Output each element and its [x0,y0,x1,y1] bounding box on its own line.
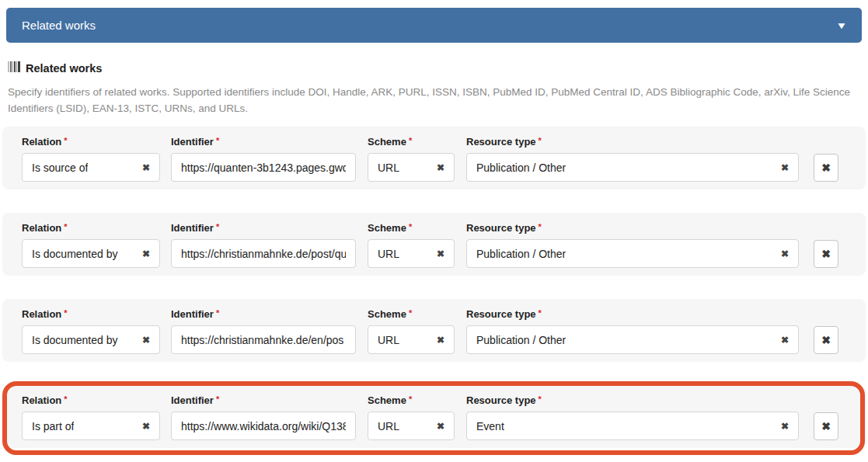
required-asterisk: * [409,222,412,231]
identifier-value: https://quanten-3b1243.pages.gwd [181,162,346,174]
scheme-dropdown[interactable]: URL ✖ [368,412,455,440]
relation-value: Is documented by [32,248,118,260]
remove-row-button[interactable]: ✖ [814,240,838,268]
scheme-dropdown[interactable]: URL ✖ [368,153,455,182]
clear-icon[interactable]: ✖ [781,335,789,346]
clear-icon[interactable]: ✖ [142,421,150,432]
relation-value: Is documented by [32,334,118,346]
required-asterisk: * [216,394,219,404]
required-asterisk: * [64,308,67,318]
related-work-row-1: Relation* Is source of ✖ Identifier* htt… [2,127,866,189]
resource-type-value: Publication / Other [476,334,566,346]
relation-value: Is source of [32,162,88,174]
scheme-label: Scheme [368,308,406,320]
relation-label: Relation [22,222,61,234]
barcode-icon [8,61,21,75]
resource-type-label: Resource type [466,222,536,234]
resource-type-label: Resource type [466,394,536,406]
related-works-section: Related works ▼ Related works Specify id… [0,0,868,462]
resource-type-dropdown[interactable]: Event ✖ [466,412,799,440]
required-asterisk: * [216,136,219,145]
clear-icon[interactable]: ✖ [437,335,444,346]
resource-type-value: Publication / Other [476,162,566,174]
scheme-label: Scheme [368,222,406,234]
chevron-down-icon[interactable]: ▼ [836,21,848,30]
related-work-row-3: Relation* Is documented by ✖ Identifier*… [2,299,866,362]
scheme-value: URL [378,248,399,260]
clear-icon[interactable]: ✖ [142,162,150,173]
section-description: Specify identifiers of related works. Su… [8,84,863,116]
clear-icon[interactable]: ✖ [437,162,444,173]
remove-icon: ✖ [821,420,831,432]
required-asterisk: * [409,394,412,404]
required-asterisk: * [539,222,542,231]
relation-dropdown[interactable]: Is documented by ✖ [22,239,160,268]
clear-icon[interactable]: ✖ [781,248,789,259]
relation-label: Relation [22,308,61,320]
resource-type-value: Publication / Other [476,248,566,260]
related-work-row-2: Relation* Is documented by ✖ Identifier*… [2,213,866,276]
identifier-label: Identifier [171,308,214,320]
required-asterisk: * [539,308,542,318]
section-heading-label: Related works [26,62,102,75]
resource-type-dropdown[interactable]: Publication / Other ✖ [466,325,799,354]
relation-dropdown[interactable]: Is source of ✖ [22,153,160,182]
remove-row-button[interactable]: ✖ [814,154,838,182]
identifier-input[interactable]: https://christianmahnke.de/post/qu [171,239,356,268]
resource-type-value: Event [476,420,504,432]
scheme-value: URL [378,162,399,174]
accordion-title: Related works [22,19,96,32]
remove-icon: ✖ [821,248,831,260]
related-works-list: Relation* Is source of ✖ Identifier* htt… [2,127,866,462]
clear-icon[interactable]: ✖ [781,421,789,432]
required-asterisk: * [64,222,67,231]
remove-row-button[interactable]: ✖ [814,412,838,440]
identifier-value: https://christianmahnke.de/en/pos [181,334,343,346]
clear-icon[interactable]: ✖ [437,421,444,432]
identifier-input[interactable]: https://quanten-3b1243.pages.gwd [171,153,356,182]
identifier-value: https://christianmahnke.de/post/qu [181,248,346,260]
scheme-dropdown[interactable]: URL ✖ [368,239,455,268]
scheme-value: URL [378,334,399,346]
required-asterisk: * [539,394,542,404]
scheme-value: URL [378,420,399,432]
required-asterisk: * [216,222,219,231]
clear-icon[interactable]: ✖ [142,248,150,259]
identifier-label: Identifier [171,222,214,234]
relation-dropdown[interactable]: Is documented by ✖ [22,325,160,354]
identifier-label: Identifier [171,394,214,406]
identifier-value: https://www.wikidata.org/wiki/Q138 [181,420,346,432]
required-asterisk: * [409,308,412,318]
required-asterisk: * [409,136,412,145]
required-asterisk: * [64,136,67,145]
clear-icon[interactable]: ✖ [437,248,444,259]
required-asterisk: * [216,308,219,318]
remove-icon: ✖ [821,334,831,346]
scheme-label: Scheme [368,394,406,406]
resource-type-dropdown[interactable]: Publication / Other ✖ [466,239,799,268]
clear-icon[interactable]: ✖ [781,162,789,173]
required-asterisk: * [539,136,542,145]
related-work-row-4: Relation* Is part of ✖ Identifier* https… [2,385,866,448]
relation-value: Is part of [32,420,74,432]
identifier-input[interactable]: https://www.wikidata.org/wiki/Q138 [171,412,356,440]
resource-type-label: Resource type [466,308,536,320]
identifier-input[interactable]: https://christianmahnke.de/en/pos [171,325,356,354]
relation-label: Relation [22,394,61,406]
resource-type-label: Resource type [466,136,536,148]
relation-dropdown[interactable]: Is part of ✖ [22,412,160,440]
accordion-header-related-works[interactable]: Related works ▼ [6,8,862,43]
required-asterisk: * [64,394,67,404]
section-heading: Related works [8,61,102,75]
remove-icon: ✖ [821,162,831,174]
scheme-label: Scheme [368,136,406,148]
relation-label: Relation [22,136,61,148]
scheme-dropdown[interactable]: URL ✖ [368,325,455,354]
clear-icon[interactable]: ✖ [142,335,150,346]
remove-row-button[interactable]: ✖ [814,326,838,354]
identifier-label: Identifier [171,136,214,148]
resource-type-dropdown[interactable]: Publication / Other ✖ [466,153,799,182]
